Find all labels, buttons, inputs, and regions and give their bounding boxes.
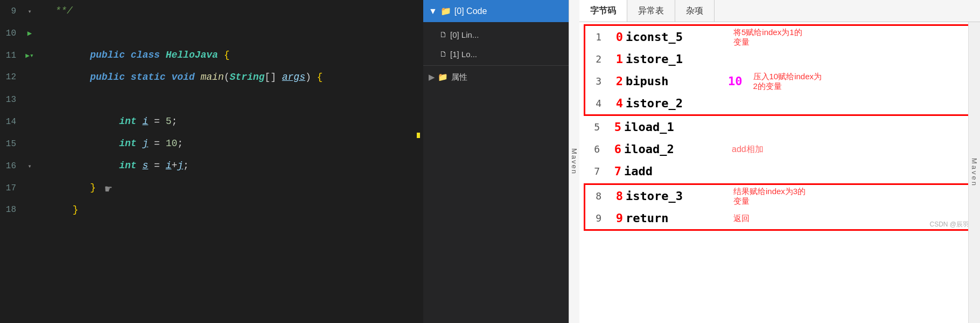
line-number: 9: [0, 1, 22, 23]
bc-comment: add相加: [732, 144, 764, 154]
bc-index: 9: [604, 211, 626, 225]
tab-bytecode[interactable]: 字节码: [579, 0, 627, 22]
bytecode-section-2: 5 5 iload_1 6 6 iload_2 add相加 7 7 iadd: [584, 116, 976, 182]
bc-index: 4: [604, 97, 626, 110]
code-line-17: 17 }: [0, 177, 420, 199]
code-editor: 9 ▾ **/ 10 ▶ public class HelloJava { 11…: [0, 0, 420, 323]
line-number: 16: [0, 155, 22, 177]
bc-row-num: 2: [585, 53, 604, 65]
tree-item-label: [0] Lin...: [450, 30, 479, 39]
bc-instruction: iadd: [624, 164, 721, 178]
line-number: 17: [0, 177, 22, 200]
bc-instruction: istore_3: [626, 189, 723, 203]
bc-index: 7: [603, 164, 624, 178]
tab-misc[interactable]: 杂项: [675, 0, 715, 22]
tab-misc-label: 杂项: [686, 5, 703, 17]
code-line-15: 15 int s = i+j; ☛: [0, 133, 420, 155]
tree-section-properties[interactable]: ▶ 📁 属性: [423, 67, 579, 87]
code-section-header: ▼ 📁 [0] Code: [423, 0, 579, 22]
arrow-icon: ▶: [429, 72, 435, 82]
tree-item-label: [1] Lo...: [450, 50, 477, 59]
bytecode-row-5: 5 5 iload_1: [584, 116, 976, 138]
bytecode-panel: 字节码 异常表 杂项 1 0 iconst_5 将5赋给index为1的变量 2…: [579, 0, 980, 323]
folder-icon: 📁: [438, 72, 448, 82]
bc-index: 2: [604, 74, 626, 88]
code-line-16: 16 ▾ }: [0, 155, 420, 177]
bytecode-row-6: 6 6 iload_2 add相加: [584, 138, 976, 160]
bc-row-num: 4: [585, 98, 604, 109]
bc-index: 5: [603, 120, 624, 134]
tree-section-label: 属性: [451, 72, 467, 83]
line-number: 12: [0, 66, 22, 88]
middle-header-label: [0] Code: [454, 6, 487, 16]
dropdown-icon: ▼: [429, 6, 437, 16]
code-line-13: 13 int i = 5;: [0, 88, 420, 111]
scroll-indicator: [417, 133, 420, 138]
tab-exceptions[interactable]: 异常表: [627, 0, 675, 22]
file-icon: 🗋: [439, 30, 447, 39]
line-number: 11: [0, 45, 22, 67]
line-content: }: [38, 177, 420, 243]
tab-bytecode-label: 字节码: [590, 5, 616, 17]
fold-icon[interactable]: ▾: [22, 156, 38, 178]
line-number: 13: [0, 89, 22, 111]
maven-text: Maven: [970, 158, 978, 187]
bytecode-content: 1 0 iconst_5 将5赋给index为1的变量 2 1 istore_1…: [579, 22, 980, 232]
line-content: **/: [38, 0, 420, 22]
tree-item-lo[interactable]: 🗋 [1] Lo...: [423, 44, 579, 64]
line-number: 15: [0, 133, 22, 155]
bc-row-num: 3: [585, 75, 604, 87]
bc-row-num: 9: [585, 212, 604, 224]
fold-icon[interactable]: ▾: [22, 1, 38, 23]
bc-instruction: return: [626, 211, 723, 225]
bc-instruction: istore_1: [626, 52, 723, 66]
bc-comment: 返回: [733, 214, 750, 223]
bytecode-row-4: 4 4 istore_2: [585, 92, 974, 114]
separator: [423, 65, 579, 66]
bytecode-row-1: 1 0 iconst_5 将5赋给index为1的变量: [585, 26, 974, 48]
bytecode-row-2: 2 1 istore_1: [585, 48, 974, 70]
bc-instruction: bipush: [626, 74, 723, 88]
bc-instruction: iload_1: [624, 120, 721, 134]
file-icon: 🗋: [439, 50, 447, 58]
line-number: 18: [0, 199, 22, 221]
bc-row-num: 5: [584, 121, 603, 133]
line-number: 14: [0, 111, 22, 133]
watermark: CSDN @辰羽: [929, 220, 969, 229]
bc-row-num: 6: [584, 143, 603, 155]
maven-side-label: Maven: [968, 22, 980, 323]
bc-row-num: 8: [585, 190, 604, 202]
bc-comment: 结果赋给index为3的变量: [733, 187, 806, 206]
folder-icon: 📁: [440, 6, 451, 16]
code-line-9: 9 ▾ **/: [0, 0, 420, 22]
red-box-section-1: 1 0 iconst_5 将5赋给index为1的变量 2 1 istore_1…: [584, 24, 976, 116]
line-number: 10: [0, 23, 22, 45]
bytecode-row-7: 7 7 iadd: [584, 160, 976, 182]
tab-bar: 字节码 异常表 杂项: [579, 0, 980, 22]
bc-index: 6: [603, 142, 624, 156]
run-icon[interactable]: ▶: [22, 23, 38, 45]
bc-row-num: 1: [585, 31, 604, 43]
tab-exceptions-label: 异常表: [638, 5, 664, 17]
bc-instruction: iload_2: [624, 142, 721, 156]
code-line-10: 10 ▶ public class HelloJava {: [0, 22, 420, 44]
code-line-11: 11 ▶▾ public static void main(String[] a…: [0, 44, 420, 66]
bc-comment: 将5赋给index为1的变量: [733, 28, 802, 47]
bc-index: 1: [604, 52, 626, 66]
file-tree: 🗋 [0] Lin... 🗋 [1] Lo... ▶ 📁 属性: [423, 22, 579, 90]
bc-index: 0: [604, 30, 626, 44]
middle-panel: ▼ 📁 [0] Code 🗋 [0] Lin... 🗋 [1] Lo... ▶ …: [423, 0, 579, 323]
tree-item-lin[interactable]: 🗋 [0] Lin...: [423, 25, 579, 44]
gutter-icons[interactable]: ▶▾: [22, 45, 38, 67]
bc-instruction: istore_2: [626, 97, 723, 110]
bytecode-row-8: 8 8 istore_3 结果赋给index为3的变量: [585, 185, 974, 207]
bc-comment: 压入10赋给index为2的变量: [753, 72, 822, 91]
bc-param: 10: [728, 74, 743, 88]
code-line-14: 14 int j = 10;: [0, 111, 420, 133]
red-box-section-2: 8 8 istore_3 结果赋给index为3的变量 9 9 return 返…: [584, 183, 976, 231]
bc-instruction: iconst_5: [626, 30, 723, 44]
bytecode-row-3: 3 2 bipush 10 压入10赋给index为2的变量: [585, 70, 974, 92]
bytecode-row-9: 9 9 return 返回: [585, 207, 974, 229]
bc-index: 8: [604, 189, 626, 203]
cursor-hand-icon: ☛: [105, 183, 112, 197]
